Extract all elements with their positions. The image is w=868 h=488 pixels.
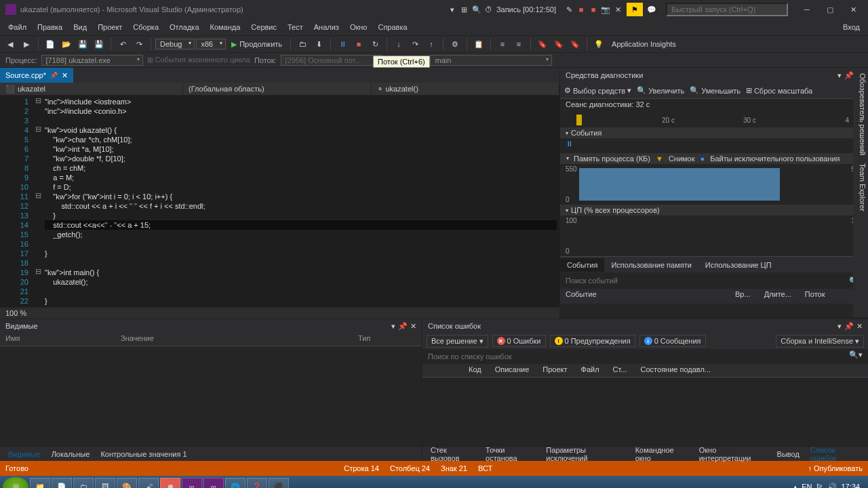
open-icon[interactable]: 📂 — [59, 37, 74, 52]
tab-errorlist[interactable]: Список ошибок — [805, 444, 865, 464]
insights-icon[interactable]: 💡 — [591, 37, 606, 52]
nav-scope-combo[interactable]: ⬛ ukazatel — [0, 83, 183, 95]
pin-icon[interactable]: 📌 — [398, 322, 408, 331]
tab-callstack[interactable]: Стек вызовов — [425, 444, 480, 464]
col-duration[interactable]: Длите... — [764, 290, 791, 302]
toolbar-icon[interactable]: ⊞ — [460, 5, 469, 14]
tab-breakpoints[interactable]: Точки останова — [480, 444, 540, 464]
taskbar-icon[interactable]: ⬛ — [269, 478, 289, 488]
step-icon[interactable]: ↓ — [391, 37, 406, 52]
saveall-icon[interactable]: 💾 — [92, 37, 106, 52]
menu-analyze[interactable]: Анализ — [309, 21, 344, 33]
memory-section[interactable]: Память процесса (КБ) ▼Снимок ●Байты искл… — [560, 153, 868, 164]
stop-debug-icon[interactable]: ■ — [351, 37, 366, 52]
step-icon[interactable]: ↑ — [424, 37, 439, 52]
nav-back-icon[interactable]: ◀ — [3, 37, 18, 52]
col-name[interactable]: Имя — [5, 334, 121, 344]
menu-file[interactable]: Файл — [3, 21, 32, 33]
tool-icon[interactable]: 📋 — [471, 37, 486, 52]
step-icon[interactable]: ↷ — [408, 37, 422, 52]
taskbar-icon[interactable]: 🖌 — [138, 478, 159, 488]
record-icon[interactable]: ■ — [576, 5, 586, 14]
zoom-out-button[interactable]: 🔍 Уменьшить — [690, 86, 741, 95]
dropdown-icon[interactable]: ▾ — [837, 71, 842, 80]
tool-icon[interactable]: ≡ — [495, 37, 510, 52]
stop-icon[interactable]: ■ — [589, 5, 598, 14]
frame-combo[interactable]: main — [430, 55, 552, 66]
lifecycle-label[interactable]: ⊞ События жизненного цикла — [147, 56, 250, 64]
menu-project[interactable]: Проект — [92, 21, 127, 33]
cpu-chart[interactable]: 100 0 100 0 — [560, 216, 868, 256]
error-search-input[interactable] — [428, 350, 849, 363]
menu-help[interactable]: Справка — [372, 21, 412, 33]
messages-filter[interactable]: i0 Сообщения — [639, 335, 706, 347]
menu-build[interactable]: Сборка — [127, 21, 164, 33]
zoom-icon[interactable]: 🔍 — [472, 5, 481, 14]
restart-icon[interactable]: ↻ — [368, 37, 382, 52]
tab-visible[interactable]: Видимые — [3, 448, 46, 460]
save-icon[interactable]: 💾 — [75, 37, 90, 52]
file-tab[interactable]: Source.cpp* 📌 ✕ — [0, 68, 73, 83]
tab-exceptions[interactable]: Параметры исключений — [540, 444, 629, 464]
code-editor[interactable]: 12345678910111213141516171819202122 ⊟⊟⊟⊟… — [0, 96, 559, 307]
col-proj[interactable]: Проект — [542, 365, 567, 375]
col-type[interactable]: Тип — [358, 334, 370, 344]
pencil-icon[interactable]: ✎ — [564, 5, 574, 14]
dropdown-icon[interactable]: ▾ — [391, 322, 395, 331]
menu-window[interactable]: Окно — [344, 21, 373, 33]
col-thread[interactable]: Поток — [805, 290, 825, 302]
diag-tab-events[interactable]: События — [560, 258, 604, 272]
menu-edit[interactable]: Правка — [32, 21, 68, 33]
config-combo[interactable]: Debug — [155, 39, 195, 49]
diag-tab-cpu[interactable]: Использование ЦП — [698, 258, 778, 272]
col-code[interactable]: Код — [469, 365, 481, 375]
tray-icon[interactable]: 🏳 — [816, 483, 823, 488]
close-button[interactable]: ✕ — [844, 3, 863, 16]
taskbar-icon[interactable]: 🗀 — [73, 478, 94, 488]
bookmark-icon[interactable]: 🔖 — [535, 37, 550, 52]
nav-fwd-icon[interactable]: ▶ — [19, 37, 34, 52]
close-icon[interactable]: ✕ — [856, 322, 863, 331]
menu-service[interactable]: Сервис — [245, 21, 282, 33]
thread-combo[interactable]: [2956] Основной пот... — [281, 55, 382, 66]
tool-icon[interactable]: ⚙ — [448, 37, 462, 52]
solution-explorer-tab[interactable]: Обозреватель решений — [854, 73, 867, 155]
process-combo[interactable]: [7188] ukazatel.exe — [41, 55, 143, 66]
cpu-section[interactable]: ЦП (% всех процессоров) — [560, 205, 868, 216]
close-tab-icon[interactable]: ✕ — [62, 71, 68, 80]
zoom-in-button[interactable]: 🔍 Увеличить — [637, 86, 684, 95]
menu-team[interactable]: Команда — [205, 21, 246, 33]
col-desc[interactable]: Описание — [495, 365, 530, 375]
timeline[interactable]: 20 с 30 с 4 — [560, 113, 868, 127]
clock-icon[interactable]: ⏱ — [484, 5, 494, 14]
col-file[interactable]: Файл — [581, 365, 599, 375]
tray-icon[interactable]: ▴ — [793, 483, 797, 489]
menu-debug[interactable]: Отладка — [164, 21, 204, 33]
pin-icon[interactable]: 📌 — [844, 71, 854, 80]
taskbar-icon[interactable]: 🖼 — [95, 478, 115, 488]
notification-flag-icon[interactable]: ⚑ — [627, 3, 643, 16]
pause-icon[interactable]: ⏸ — [335, 37, 350, 52]
col-event[interactable]: Событие — [566, 290, 722, 302]
event-search-input[interactable] — [566, 277, 849, 285]
zoom-level[interactable]: 100 % — [0, 307, 559, 319]
select-tools-button[interactable]: ⚙ Выбор средств ▾ — [564, 86, 631, 95]
new-icon[interactable]: 📄 — [43, 37, 58, 52]
tray-icon[interactable]: 🔊 — [827, 483, 837, 489]
scope-combo[interactable]: Все решение ▾ — [427, 335, 488, 348]
tool-icon[interactable]: 🗀 — [295, 37, 310, 52]
start-button[interactable]: ⊞ — [3, 477, 28, 488]
pin-icon[interactable]: 📌 — [844, 322, 854, 331]
maximize-button[interactable]: ▢ — [821, 3, 840, 16]
menu-view[interactable]: Вид — [68, 21, 92, 33]
col-value[interactable]: Значение — [121, 334, 358, 344]
team-explorer-tab[interactable]: Team Explorer — [854, 163, 867, 211]
redo-icon[interactable]: ↷ — [132, 37, 146, 52]
build-combo[interactable]: Сборка и IntelliSense ▾ — [776, 335, 864, 348]
taskbar-icon[interactable]: ❓ — [247, 478, 267, 488]
quick-launch-input[interactable] — [666, 3, 788, 16]
bookmark-icon[interactable]: 🔖 — [568, 37, 583, 52]
warnings-filter[interactable]: !0 Предупреждения — [550, 335, 635, 347]
errors-filter[interactable]: ✕0 Ошибки — [492, 335, 546, 347]
close-icon[interactable]: ✕ — [410, 322, 416, 331]
